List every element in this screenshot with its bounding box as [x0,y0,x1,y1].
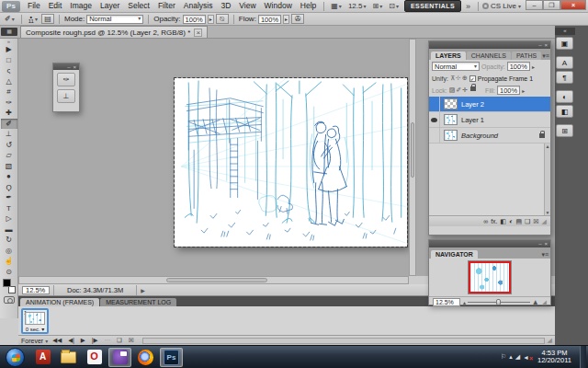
link-layers-icon[interactable]: ∞ [483,218,488,224]
crop-tool[interactable]: # [1,86,17,98]
visibility-toggle[interactable] [429,112,440,128]
character-panel-icon[interactable]: A [556,56,573,69]
path-selection-tool[interactable]: ▷ [1,213,17,224]
flow-slider-arrow[interactable]: ▸ [283,15,289,24]
status-zoom-field[interactable]: 12.5% [22,286,50,294]
layer-row-background[interactable]: Background [429,128,550,144]
view-extras-icon[interactable]: ▦▾ [328,2,345,10]
taskbar-messenger[interactable] [108,348,131,367]
menu-help[interactable]: Help [297,0,320,12]
shape-tool[interactable]: ▬ [1,224,17,236]
blur-tool[interactable]: ● [1,171,17,182]
tab-animation-frames[interactable]: ANIMATION (FRAMES) [20,298,99,306]
menu-window[interactable]: Window [261,0,296,12]
cs-live-button[interactable]: CS Live▾ [482,2,525,10]
workspace-button[interactable]: ESSENTIALS [404,0,461,12]
document-tab[interactable]: Composite rough.psd @ 12.5% (Layer 2, RG… [20,26,208,38]
prev-frame-button[interactable]: ◀| [66,337,76,344]
zoom-in-icon[interactable]: ▲ [532,298,539,306]
fill-field[interactable]: 100% [497,86,520,95]
taskbar-clock[interactable]: 4:53 PM 12/20/2011 [532,350,577,364]
toggle-brush-panel-icon[interactable]: ▤ [41,14,54,24]
panel-resize-grip[interactable]: ◢ [542,218,547,225]
navigator-zoom-slider[interactable]: ▴ ▲ [463,298,539,306]
hand-tool[interactable]: ☝ [1,256,17,267]
menu-analysis[interactable]: Analysis [180,0,217,12]
delete-layer-icon[interactable]: ☒ [533,218,538,225]
panel-menu-icon[interactable]: ▾≡ [541,251,548,259]
clone-stamp-tool[interactable]: ⊥ [1,129,17,140]
status-menu-arrow[interactable]: ▶ [141,287,145,293]
loop-count-select[interactable]: Forever▾ [21,338,48,344]
close-button[interactable]: × [560,0,586,10]
navigator-zoom-field[interactable]: 12.5% [433,298,460,306]
brush-tool[interactable]: ✐ [1,119,17,130]
background-color-swatch[interactable] [8,286,16,293]
panel-close-icon[interactable]: × [544,241,548,247]
tool-preset-picker[interactable]: ✐▾ [3,15,17,23]
layer-style-icon[interactable]: fx. [491,218,497,224]
vertical-scrollbar[interactable] [409,39,416,276]
menu-view[interactable]: View [235,0,259,12]
layer-row-layer1[interactable]: Layer 1 [429,112,550,128]
tool-presets-panel-icon[interactable]: ⊥ [57,89,75,103]
panel-minimize-icon[interactable]: – [538,42,541,48]
panel-minimize-icon[interactable]: – [538,241,541,247]
panel-close-icon[interactable]: × [73,64,76,70]
unify-style-icon[interactable]: ⊕ [462,75,468,82]
marquee-tool[interactable]: □ [1,55,17,66]
pen-tool[interactable]: ✒ [1,192,17,203]
layers-scrollbar[interactable]: ▲▼ [544,144,550,215]
slider-thumb[interactable] [496,299,501,305]
eraser-tool[interactable]: ▱ [1,150,17,161]
color-swatches[interactable] [2,279,17,293]
zoom-out-icon[interactable]: ▴ [463,299,466,305]
start-button[interactable] [6,348,25,367]
pressure-opacity-icon[interactable]: ⍉ [216,14,229,24]
airbrush-icon[interactable]: ✇ [291,14,304,24]
opacity-field[interactable]: 100% [183,15,206,24]
fill-arrow[interactable]: ▸ [522,87,525,94]
brush-panel-icon[interactable]: ✑ [57,73,75,86]
arrange-documents-icon[interactable]: ⊞▾ [369,2,385,10]
mini-bridge-icon[interactable]: ▦ [1,28,17,36]
type-tool[interactable]: T [1,203,17,214]
new-layer-icon[interactable]: ❏ [525,218,530,225]
add-mask-icon[interactable]: ◧ [501,218,507,225]
minimize-button[interactable]: – [526,0,543,10]
show-desktop-button[interactable] [580,346,586,368]
visibility-toggle[interactable] [429,128,440,144]
eyedropper-tool[interactable]: ✑ [1,98,17,109]
zoom-tool[interactable]: ⊙ [1,267,17,278]
layer-opacity-field[interactable]: 100% [507,62,530,71]
action-center-flag-icon[interactable]: ⚐ [501,353,506,361]
network-icon[interactable]: ◢ [515,353,520,361]
navigator-proxy-view[interactable] [469,261,511,293]
tab-paths[interactable]: PATHS [512,52,541,60]
menu-edit[interactable]: Edit [45,0,66,12]
quick-selection-tool[interactable]: △ [1,76,17,87]
menu-3d[interactable]: 3D [217,0,234,12]
taskbar-adobe-reader[interactable]: A [31,348,54,367]
panel-close-icon[interactable]: × [544,42,548,48]
move-tool[interactable]: ▶ [1,44,17,55]
animation-scrollbar[interactable] [142,338,545,344]
flow-field[interactable]: 100% [258,15,281,24]
unify-visibility-icon[interactable]: ⊹ [456,75,461,82]
taskbar-explorer[interactable] [57,348,80,367]
restore-button[interactable]: ❐ [543,0,560,10]
panel-menu-icon[interactable]: ▾≡ [542,52,549,60]
foreground-color-swatch[interactable] [3,279,11,287]
volume-muted-icon[interactable]: ◄× [523,354,529,361]
paragraph-panel-icon[interactable]: ¶ [556,71,573,84]
first-frame-button[interactable]: ◀◀ [51,337,63,344]
layer-opacity-arrow[interactable]: ▸ [532,63,535,70]
animation-frame-1[interactable]: 1 0 sec. ▾ [21,308,49,334]
tab-layers[interactable]: LAYERS [431,52,466,60]
dock-collapse-icon[interactable]: « [555,28,575,35]
tween-button[interactable]: ⋯ [103,337,113,344]
zoom-level-control[interactable]: 12.5▾ [345,2,369,10]
frame-delay-select[interactable]: 0 sec. ▾ [23,326,47,332]
tab-channels[interactable]: CHANNELS [467,52,511,60]
healing-brush-tool[interactable]: ✚ [1,108,17,119]
